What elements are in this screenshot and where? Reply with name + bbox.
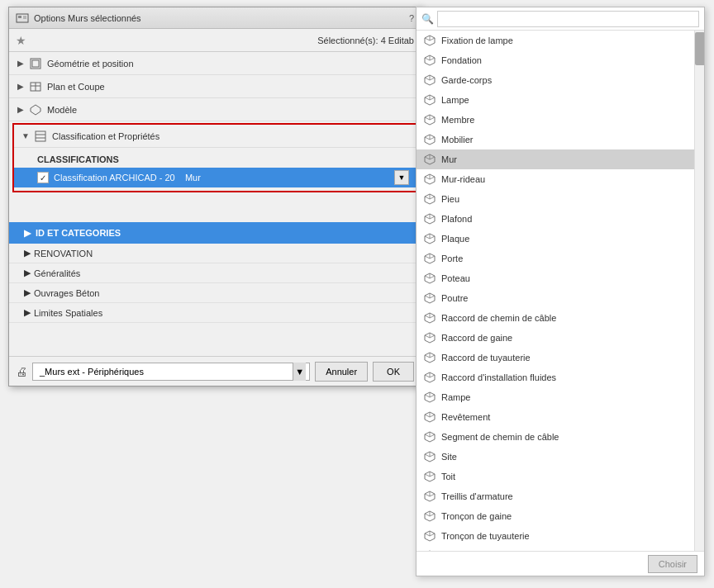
id-categories-row[interactable]: ▶ ID ET CATEGORIES <box>9 222 421 244</box>
items-list: Fixation de lampe Fondation Garde-corps … <box>416 31 694 551</box>
expand-arrow-limites: ▶ <box>24 307 31 318</box>
svg-line-79 <box>430 355 435 358</box>
classification-label: Classification et Propriétés <box>52 131 159 141</box>
ifc-icon-pieu <box>423 192 436 206</box>
limites-row[interactable]: ▶ Limites Spatiales <box>9 303 421 323</box>
svg-line-99 <box>430 454 435 457</box>
ifc-icon-lampe <box>423 93 436 107</box>
ifc-icon-toit <box>423 470 436 483</box>
svg-line-55 <box>430 236 435 239</box>
main-dialog: Options Murs sélectionnés ? ★ Sélectionn… <box>8 7 421 386</box>
expand-arrow-modele: ▶ <box>16 105 26 115</box>
modele-icon <box>29 103 42 116</box>
classification-icon <box>34 130 47 143</box>
svg-line-44 <box>425 177 430 179</box>
list-item-mobilier[interactable]: Mobilier <box>416 130 694 149</box>
selected-count: Sélectionné(s): 4 Editab <box>317 36 414 45</box>
list-item-label-membre: Membre <box>441 115 474 125</box>
layer-dropdown-arrow[interactable]: ▼ <box>293 363 306 381</box>
list-item-plaque[interactable]: Plaque <box>416 229 694 249</box>
generalites-row[interactable]: ▶ Généralités <box>9 263 421 283</box>
list-item-membre[interactable]: Membre <box>416 110 694 130</box>
ifc-icon-troncon-tuyauterie <box>423 529 436 543</box>
list-item-label-fixation: Fixation de lampe <box>441 36 513 45</box>
bottom-sections: ▶ ID ET CATEGORIES ▶ RENOVATION ▶ Généra… <box>9 222 421 323</box>
list-item-garde[interactable]: Garde-corps <box>416 70 694 90</box>
ifc-icon-poutre <box>423 292 436 305</box>
classification-checkbox[interactable]: ✓ <box>37 172 49 183</box>
renovation-row[interactable]: ▶ RENOVATION <box>9 244 421 263</box>
svg-line-108 <box>425 494 430 496</box>
scrollbar[interactable] <box>694 31 704 551</box>
spacer <box>9 194 421 219</box>
list-container: Fixation de lampe Fondation Garde-corps … <box>416 31 704 551</box>
annuler-button[interactable]: Annuler <box>315 362 368 382</box>
list-item-lampe[interactable]: Lampe <box>416 90 694 110</box>
star-button[interactable]: ★ <box>16 34 26 47</box>
ok-button[interactable]: OK <box>373 362 414 382</box>
dialog-titlebar: Options Murs sélectionnés ? <box>9 7 421 29</box>
svg-line-104 <box>425 474 430 477</box>
list-item-porte[interactable]: Porte <box>416 249 694 268</box>
layer-dropdown[interactable]: _Murs ext - Périphériques ▼ <box>32 363 310 381</box>
list-item-revetement[interactable]: Revêtement <box>416 407 694 427</box>
search-input[interactable] <box>437 11 699 27</box>
classification-inner: CLASSIFICATIONS ✓ Classification ARCHICA… <box>14 148 416 191</box>
printer-icon: 🖨 <box>16 365 27 378</box>
list-item-raccord-gaine[interactable]: Raccord de gaine <box>416 328 694 348</box>
svg-line-72 <box>425 315 430 318</box>
ifc-icon-treillis <box>423 490 436 503</box>
svg-line-84 <box>425 375 430 377</box>
list-item-troncon-gaine[interactable]: Tronçon de gaine <box>416 506 694 526</box>
help-button[interactable]: ? <box>409 13 414 23</box>
list-item-label-lampe: Lampe <box>441 95 469 105</box>
choisir-button[interactable]: Choisir <box>648 555 697 573</box>
svg-line-87 <box>430 395 435 397</box>
list-item-poteau[interactable]: Poteau <box>416 268 694 288</box>
list-item-label-rampe: Rampe <box>441 392 470 402</box>
svg-line-47 <box>430 197 435 199</box>
list-item-label-troncon-tuyauterie: Tronçon de tuyauterie <box>441 531 530 541</box>
ouvrages-row[interactable]: ▶ Ouvrages Béton <box>9 283 421 303</box>
list-item-site[interactable]: Site <box>416 447 694 467</box>
list-item-raccord-installation[interactable]: Raccord d'installation fluides <box>416 368 694 387</box>
list-item-segment-chemin[interactable]: Segment de chemin de câble <box>416 427 694 447</box>
svg-line-115 <box>430 533 435 536</box>
list-item-label-toit: Toit <box>441 472 455 481</box>
list-item-label-porte: Porte <box>441 254 463 263</box>
list-item-toit[interactable]: Toit <box>416 467 694 486</box>
svg-line-48 <box>425 197 430 199</box>
list-item-treillis[interactable]: Treillis d'armature <box>416 486 694 506</box>
svg-line-96 <box>425 434 430 437</box>
list-item-mur[interactable]: Mur <box>416 149 694 169</box>
list-item-label-treillis: Treillis d'armature <box>441 491 513 501</box>
classification-item[interactable]: ✓ Classification ARCHICAD - 20 Mur ▼ <box>14 168 416 187</box>
ifc-icon-poteau <box>423 272 436 285</box>
list-item-plafond[interactable]: Plafond <box>416 209 694 229</box>
list-item-raccord-chemin[interactable]: Raccord de chemin de câble <box>416 308 694 328</box>
svg-line-31 <box>430 117 435 120</box>
section-plan[interactable]: ▶ Plan et Coupe <box>9 75 421 98</box>
expand-arrow-renovation: ▶ <box>24 248 31 258</box>
search-panel: 🔍 Fixation de lampe Fondation Garde-corp… <box>416 7 705 576</box>
list-item-troncon-tuyauterie[interactable]: Tronçon de tuyauterie <box>416 526 694 546</box>
plan-icon <box>29 80 42 93</box>
section-modele[interactable]: ▶ Modèle <box>9 98 421 121</box>
section-geometrie[interactable]: ▶ Géométrie et position <box>9 52 421 75</box>
list-item-pieu[interactable]: Pieu <box>416 189 694 209</box>
list-item-mur-rideau[interactable]: Mur-rideau <box>416 169 694 189</box>
ifc-icon-fondation <box>423 54 436 67</box>
expand-arrow-generalites: ▶ <box>24 268 31 278</box>
svg-line-91 <box>430 415 435 417</box>
ifc-icon-mur-rideau <box>423 173 436 186</box>
list-item-raccord-tuyauterie[interactable]: Raccord de tuyauterie <box>416 348 694 368</box>
classification-header[interactable]: ▼ Classification et Propriétés <box>14 125 416 148</box>
ifc-icon-fixation <box>423 34 436 47</box>
list-item-fixation[interactable]: Fixation de lampe <box>416 31 694 50</box>
dialog-icon <box>16 12 29 25</box>
list-item-poutre[interactable]: Poutre <box>416 288 694 308</box>
list-item-rampe[interactable]: Rampe <box>416 387 694 407</box>
classification-edit-button[interactable]: ▼ <box>394 170 409 185</box>
list-item-fondation[interactable]: Fondation <box>416 50 694 70</box>
geometrie-label: Géométrie et position <box>47 59 134 69</box>
